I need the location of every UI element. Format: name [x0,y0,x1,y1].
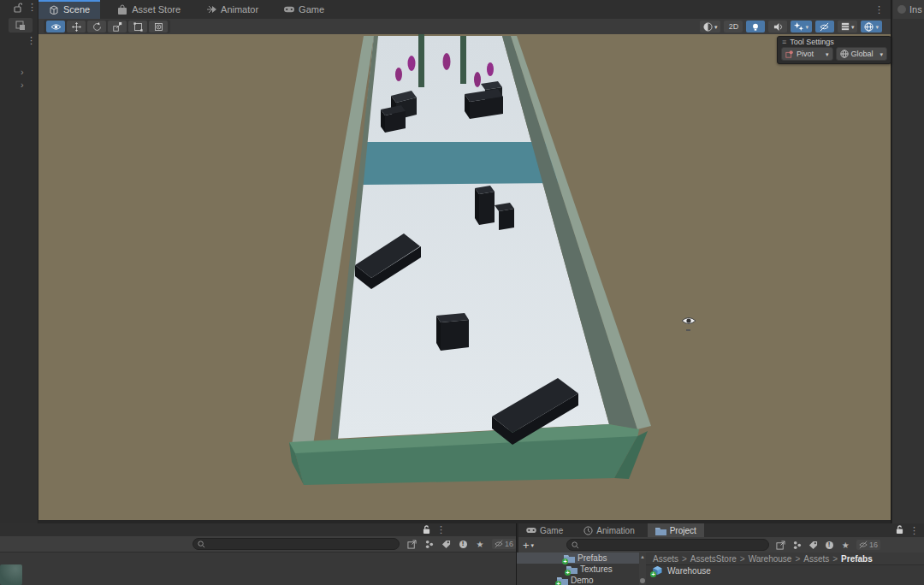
tab-asset-store[interactable]: Asset Store [107,0,191,19]
orientation-button[interactable]: Global ▾ [836,47,888,61]
expand-chevron-icon[interactable]: › [21,67,24,77]
draw-mode-button[interactable]: ▾ [700,21,721,32]
move-icon [72,22,81,32]
asset-item-warehouse[interactable]: + Warehouse [652,565,711,576]
transform-tool-button[interactable] [149,21,168,32]
pip-window-button[interactable] [9,18,33,32]
scrollbar-thumb[interactable] [640,578,645,583]
audio-toggle-button[interactable] [768,21,787,32]
view-tool-button[interactable] [46,21,65,32]
asset-thumbnail[interactable] [0,564,22,585]
plus-label: + [523,540,530,551]
orientation-label: Global [851,50,874,58]
search-input[interactable] [208,540,394,548]
lock-open-icon[interactable] [14,3,22,15]
project-search-input[interactable] [582,541,764,549]
label-filter-button[interactable] [441,540,451,549]
import-log-button[interactable]: ! [824,541,834,549]
animator-icon [206,4,216,15]
2d-toggle-button[interactable]: 2D [724,21,743,32]
drag-handle-icon[interactable]: ≡ [782,38,786,46]
tab-game[interactable]: Game [274,0,335,19]
save-search-button[interactable]: ★ [475,540,485,549]
pivot-label: Pivot [797,50,814,58]
panel-menu-icon[interactable]: ⋮ [27,3,37,12]
hidden-packages-toggle[interactable]: 16 [856,540,880,550]
caret-down-icon: ▾ [714,24,718,30]
project-search-field[interactable] [566,539,769,551]
caret-down-icon: ▾ [875,24,879,30]
tree-item-label: Textures [580,564,613,574]
tab-game-bottom[interactable]: Game [518,523,571,537]
move-tool-button[interactable] [67,21,86,32]
globe-icon [840,50,849,58]
import-log-button[interactable]: ! [458,541,468,548]
globe-icon [864,22,874,32]
scene-icon [49,4,59,15]
tab-inspector[interactable]: Ins [893,0,924,19]
breadcrumb-prefabs[interactable]: Prefabs [841,554,873,564]
expand-chevron-icon-2[interactable]: › [21,80,24,90]
tree-item-prefabs[interactable]: + Prefabs [517,552,639,564]
caret-down-icon: ▾ [805,24,808,30]
open-search-window-button[interactable] [406,540,417,549]
create-asset-button[interactable]: + ▾ [523,540,534,551]
lock-icon[interactable] [423,525,430,536]
bottom-left-panel-header: ⋮ [0,523,516,536]
pip-icon [15,21,26,31]
breadcrumb-separator: > [832,554,838,564]
scene-visibility-button[interactable] [815,21,834,32]
tab-project[interactable]: Project [648,523,704,537]
rotate-icon [92,22,102,32]
view-tool-cursor [682,318,696,332]
window-menu-icon[interactable]: ⋮ [874,5,884,15]
breadcrumb-assets2[interactable]: Assets [803,554,829,564]
breadcrumb-warehouse[interactable]: Warehouse [749,554,792,564]
tree-item-textures[interactable]: + Textures [517,564,639,575]
tree-item-demo[interactable]: + Demo [517,575,639,585]
scene-viewport[interactable] [38,34,891,520]
panel-menu-icon-2[interactable]: ⋮ [27,36,36,45]
star-icon: ★ [842,541,850,550]
panel-menu-icon[interactable]: ⋮ [909,526,919,535]
breadcrumb-assets[interactable]: Assets [653,554,678,564]
rect-tool-button[interactable] [128,21,147,32]
folder-icon: + [557,576,568,585]
grid-visual-button[interactable]: ▾ [838,21,858,32]
tab-inspector-label: Ins [909,4,922,15]
hidden-packages-toggle[interactable]: 16 [492,539,516,549]
tab-scene[interactable]: Scene [38,0,100,19]
inspector-panel-edge [891,0,924,523]
type-filter-button[interactable] [424,540,434,549]
open-search-window-button[interactable] [775,541,785,550]
tab-animation[interactable]: Animation [576,523,642,537]
breadcrumb-assetsstore[interactable]: AssetsStore [690,554,737,564]
tab-project-label: Project [670,526,696,535]
scale-tool-button[interactable] [108,21,127,32]
eye-slash-icon [820,22,829,32]
label-filter-button[interactable] [808,541,818,550]
star-icon: ★ [477,540,484,549]
clock-icon [583,526,593,535]
eye-icon [50,23,62,31]
lighting-toggle-button[interactable] [746,21,765,32]
scene-camera-button[interactable]: ▾ [861,21,882,32]
panel-menu-icon[interactable]: ⋮ [436,525,446,535]
search-field[interactable] [192,538,400,550]
asset-store-icon [117,4,127,15]
lock-icon[interactable] [896,525,903,536]
tools-overlay [44,20,170,33]
scroll-up-icon[interactable]: ▲ [639,554,646,559]
vcs-added-badge: + [565,570,571,576]
tab-animator[interactable]: Animator [196,0,269,19]
caret-down-icon: ▾ [826,51,829,57]
tab-animation-label: Animation [596,526,634,535]
rotate-tool-button[interactable] [87,21,106,32]
type-filter-button[interactable] [791,541,802,550]
effects-dropdown-button[interactable]: ▾ [791,21,812,32]
tree-item-label: Demo [571,576,594,585]
warning-icon: ! [826,541,833,549]
save-search-button[interactable]: ★ [840,541,850,550]
pivot-mode-button[interactable]: Pivot ▾ [781,47,833,61]
tree-scrollbar[interactable]: ▲ [639,552,646,585]
